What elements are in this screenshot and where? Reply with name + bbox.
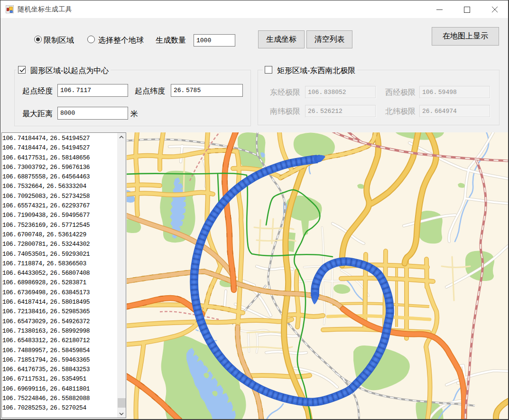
max-distance-label: 最大距离	[22, 109, 53, 119]
list-item[interactable]: 106. 65483312, 26. 62180712	[2, 336, 109, 345]
count-input[interactable]: 1000	[194, 34, 235, 47]
rect-region-checkbox[interactable]	[265, 66, 272, 74]
window-title: 随机坐标生成工具	[18, 5, 72, 14]
coordinate-listbox[interactable]: 106. 74184474, 26. 54194527106. 74184474…	[1, 132, 126, 418]
start-lat-input[interactable]: 26. 5785	[171, 84, 243, 97]
list-item[interactable]: 106. 70285253, 26. 5270254	[2, 403, 109, 413]
count-label: 生成数量	[156, 36, 186, 46]
list-item[interactable]: 106. 75236169, 26. 57712545	[2, 221, 109, 230]
list-item[interactable]: 106. 65574321, 26. 62293767	[2, 201, 109, 211]
list-item[interactable]: 106. 72800781, 26. 53244302	[2, 240, 109, 249]
south-limit-label: 南纬极限	[270, 107, 300, 117]
radio-limit-area[interactable]	[34, 36, 42, 43]
rect-region-title: 矩形区域-东西南北极限	[275, 66, 357, 76]
circle-region-title: 圆形区域-以起点为中心	[28, 66, 111, 76]
max-distance-input[interactable]: 8000	[57, 107, 128, 120]
maximize-button[interactable]	[456, 0, 478, 18]
scroll-down-icon[interactable]	[117, 410, 126, 418]
list-item[interactable]: 106. 71851794, 26. 59463365	[2, 355, 109, 365]
north-limit-input[interactable]: 26. 664974	[419, 105, 490, 117]
list-item[interactable]: 106. 74184474, 26. 54194527	[2, 134, 109, 143]
scrollbar-thumb[interactable]	[118, 398, 126, 408]
west-limit-label: 西经极限	[385, 88, 416, 98]
list-item[interactable]: 106. 71380163, 26. 58992998	[2, 327, 109, 336]
list-item[interactable]: 106. 71909438, 26. 59495677	[2, 211, 109, 220]
start-lon-label: 起点经度	[22, 86, 53, 96]
app-window: 随机坐标生成工具 限制区域 选择整个地球 生成数量 1000 生成坐标 清空列表…	[0, 0, 509, 420]
list-item[interactable]: 106. 6700748, 26. 53614229	[2, 230, 109, 240]
close-button[interactable]	[484, 0, 506, 18]
radio-whole-earth-label[interactable]: 选择整个地球	[98, 36, 144, 46]
list-item[interactable]: 106. 7118874, 26. 58366503	[2, 259, 109, 269]
list-item[interactable]: 106. 64176735, 26. 58843253	[2, 365, 109, 374]
list-item[interactable]: 106. 69699116, 26. 64811801	[2, 384, 109, 394]
list-item[interactable]: 106. 64187414, 26. 58018495	[2, 298, 109, 307]
list-item[interactable]: 106. 68875558, 26. 64564463	[2, 172, 109, 182]
list-item[interactable]: 106. 7532664, 26. 56333204	[2, 182, 109, 191]
list-item[interactable]: 106. 72138416, 26. 52985365	[2, 307, 109, 317]
list-item[interactable]: 106. 74053501, 26. 59293021	[2, 250, 109, 259]
radio-whole-earth[interactable]	[87, 36, 95, 43]
list-item[interactable]: 106. 67117531, 26. 5354951	[2, 374, 109, 384]
map-canvas[interactable]	[127, 132, 508, 419]
minimize-button[interactable]	[428, 0, 450, 18]
list-item[interactable]: 106. 65473029, 26. 54926372	[2, 317, 109, 327]
clear-button[interactable]: 清空列表	[306, 30, 352, 48]
circle-region-checkbox[interactable]	[18, 66, 26, 74]
generate-button[interactable]: 生成坐标	[258, 30, 305, 48]
list-item[interactable]: 106. 67369498, 26. 63845173	[2, 288, 109, 298]
list-item[interactable]: 106. 70925083, 26. 52734258	[2, 192, 109, 201]
meter-unit-label: 米	[130, 109, 138, 119]
east-limit-label: 东经极限	[270, 88, 300, 98]
south-limit-input[interactable]: 26. 526212	[305, 105, 376, 117]
radio-limit-area-label[interactable]: 限制区域	[44, 36, 74, 46]
app-icon	[6, 5, 14, 13]
spiral-end-tip	[315, 295, 315, 304]
list-item[interactable]: 106. 64177531, 26. 58148656	[2, 153, 109, 163]
scroll-up-icon[interactable]	[117, 133, 126, 141]
list-item[interactable]: 106. 75224846, 26. 55882088	[2, 394, 109, 403]
list-item[interactable]: 106. 73003792, 26. 59676136	[2, 163, 109, 172]
list-item[interactable]: 106. 74184474, 26. 54194527	[2, 143, 109, 153]
coordinate-list: 106. 74184474, 26. 54194527106. 74184474…	[2, 134, 109, 417]
west-limit-input[interactable]: 106. 59498	[419, 86, 490, 98]
start-lat-label: 起点纬度	[135, 86, 165, 96]
list-item[interactable]: 106. 68986928, 26. 5283871	[2, 278, 109, 288]
list-scrollbar[interactable]	[117, 133, 126, 418]
list-item[interactable]: 106. 64433052, 26. 56807408	[2, 269, 109, 278]
show-on-map-button[interactable]: 在地图上显示	[432, 27, 499, 46]
list-item[interactable]: 106. 74889957, 26. 58459854	[2, 346, 109, 355]
spiral-start-tip	[317, 157, 324, 159]
east-limit-input[interactable]: 106. 838052	[305, 86, 376, 98]
north-limit-label: 北纬极限	[385, 107, 416, 117]
start-lon-input[interactable]: 106. 7117	[57, 84, 128, 97]
title-bar: 随机坐标生成工具	[0, 0, 508, 18]
